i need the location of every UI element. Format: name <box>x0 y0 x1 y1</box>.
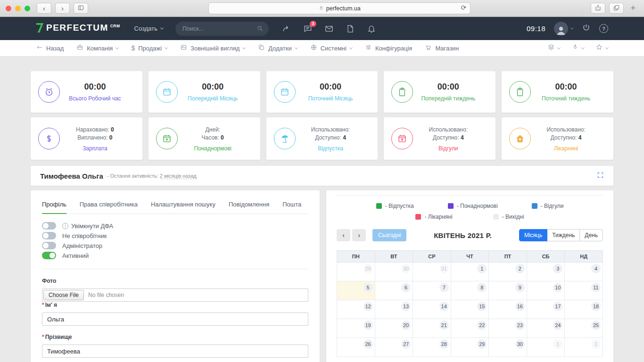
view-button-3[interactable]: День <box>579 229 603 241</box>
day-cell[interactable]: 13 <box>375 300 413 319</box>
day-cell[interactable]: 2 <box>489 263 527 281</box>
subnav-item-config[interactable]: Конфігурація <box>365 44 413 52</box>
today-button[interactable]: Сьогодні <box>372 229 406 241</box>
last-activity-value[interactable]: 2 місяців назад <box>160 173 197 179</box>
day-cell[interactable]: 1 <box>451 263 489 281</box>
day-cell[interactable]: 21 <box>413 319 451 338</box>
day-cell[interactable]: 25 <box>565 319 603 338</box>
stat-label-link[interactable]: Лікарняні <box>531 145 601 152</box>
day-cell[interactable]: 7 <box>413 281 451 300</box>
day-cell[interactable]: 14 <box>413 300 451 319</box>
browser-forward-button[interactable]: › <box>55 3 70 14</box>
help-button[interactable]: ? <box>599 24 608 33</box>
day-cell[interactable]: 27 <box>375 338 413 357</box>
tab-4[interactable]: Повідомлення <box>229 201 269 214</box>
tab-2[interactable]: Права співробітника <box>80 201 138 214</box>
reload-button[interactable]: ⟳ <box>461 4 467 11</box>
toggle-switch[interactable] <box>42 242 56 249</box>
create-button[interactable]: Создать <box>134 25 163 32</box>
messages-button[interactable]: 3 <box>303 24 313 33</box>
address-bar[interactable]: perfectum.ua ⟳ <box>208 2 471 14</box>
day-cell[interactable]: 5 <box>337 281 375 300</box>
day-cell[interactable]: 11 <box>565 281 603 300</box>
subnav-item-back[interactable]: Назад <box>36 44 64 52</box>
stat-label-link[interactable]: Попередній тиждень <box>413 95 483 102</box>
view-button-2[interactable]: Тиждень <box>547 229 580 241</box>
day-cell[interactable]: 12 <box>337 300 375 319</box>
day-cell[interactable]: 29 <box>337 263 375 281</box>
day-cell[interactable]: 30 <box>489 338 527 357</box>
fullscreen-button[interactable] <box>597 172 604 181</box>
minimize-window-button[interactable] <box>15 6 21 11</box>
subnav-item-company[interactable]: Компанія <box>76 44 118 52</box>
field-input-2[interactable] <box>42 345 308 358</box>
day-cell[interactable]: 10 <box>527 281 565 300</box>
day-cell[interactable]: 20 <box>375 319 413 338</box>
browser-back-button[interactable]: ‹ <box>37 3 51 14</box>
perfectum-logo[interactable]: PERFECTUM CRM <box>36 23 120 35</box>
day-cell[interactable]: 24 <box>527 319 565 338</box>
field-input-1[interactable] <box>42 313 308 326</box>
view-button-1[interactable]: Місяць <box>519 229 547 241</box>
tab-5[interactable]: Пошта <box>282 201 301 214</box>
toggle-switch[interactable] <box>42 232 56 239</box>
day-cell[interactable]: 22 <box>451 319 489 338</box>
day-cell[interactable]: 31 <box>413 263 451 281</box>
new-tab-button[interactable]: + <box>627 3 638 13</box>
stat-label-link[interactable]: Зарплата <box>60 145 130 152</box>
day-cell[interactable]: 23 <box>489 319 527 338</box>
subnav-item-store[interactable]: Магазин <box>425 44 459 52</box>
logout-button[interactable] <box>582 23 591 34</box>
photo-file-input[interactable]: Choose File No file chosen <box>42 288 308 302</box>
subnav-tool-layers[interactable] <box>547 43 560 53</box>
day-cell[interactable]: 8 <box>451 281 489 300</box>
subnav-tool-star[interactable] <box>595 43 608 53</box>
documents-button[interactable] <box>346 24 355 33</box>
subnav-item-appearance[interactable]: Зовнішній вигляд <box>180 44 245 52</box>
subnav-item-sales[interactable]: $Продажі <box>131 45 167 52</box>
share-button[interactable] <box>591 3 605 14</box>
day-cell[interactable]: 1 <box>527 338 565 357</box>
choose-file-button[interactable]: Choose File <box>43 290 84 300</box>
subnav-item-system[interactable]: Системні <box>310 44 352 52</box>
notifications-button[interactable] <box>367 24 376 33</box>
stat-label-link[interactable]: Попередній Місяць <box>178 95 248 102</box>
search-input[interactable] <box>175 22 269 36</box>
mail-button[interactable] <box>324 24 334 33</box>
day-cell[interactable]: 17 <box>527 300 565 319</box>
close-window-button[interactable] <box>6 6 11 11</box>
stat-label-link[interactable]: Відпустка <box>296 145 366 152</box>
subnav-item-addons[interactable]: Додатки <box>258 44 297 52</box>
day-cell[interactable]: 16 <box>489 300 527 319</box>
day-cell[interactable]: 3 <box>527 263 565 281</box>
toggle-switch[interactable] <box>42 222 56 230</box>
user-menu[interactable] <box>554 22 573 36</box>
day-cell[interactable]: 28 <box>413 338 451 357</box>
stat-label-link[interactable]: Понаднормові <box>178 145 248 152</box>
calendar-next-button[interactable]: › <box>352 229 366 241</box>
stat-label-link[interactable]: Поточний Місяць <box>296 95 366 102</box>
stat-label-link[interactable]: Всього Робочий час <box>60 95 130 102</box>
sidebar-toggle-button[interactable] <box>74 3 88 14</box>
day-cell[interactable]: 2 <box>565 338 603 357</box>
maximize-window-button[interactable] <box>25 6 30 11</box>
day-cell[interactable]: 4 <box>565 263 603 281</box>
day-cell[interactable]: 18 <box>565 300 603 319</box>
day-cell[interactable]: 19 <box>337 319 375 338</box>
day-cell[interactable]: 15 <box>451 300 489 319</box>
day-cell[interactable]: 30 <box>375 263 413 281</box>
day-cell[interactable]: 26 <box>337 338 375 357</box>
info-icon[interactable]: i <box>62 223 68 229</box>
stat-label-link[interactable]: Відгули <box>413 145 483 152</box>
tab-3[interactable]: Налаштування пошуку <box>151 201 215 214</box>
stat-label-link[interactable]: Поточний тиждень <box>531 95 601 102</box>
subnav-tool-flame[interactable] <box>571 43 584 53</box>
day-cell[interactable]: 29 <box>451 338 489 357</box>
tabs-overview-button[interactable] <box>609 3 624 14</box>
calendar-prev-button[interactable]: ‹ <box>337 229 350 241</box>
quick-share-button[interactable] <box>282 24 291 33</box>
tab-1[interactable]: Профіль <box>42 201 66 214</box>
toggle-switch[interactable] <box>42 252 56 259</box>
day-cell[interactable]: 9 <box>489 281 527 300</box>
day-cell[interactable]: 6 <box>375 281 413 300</box>
